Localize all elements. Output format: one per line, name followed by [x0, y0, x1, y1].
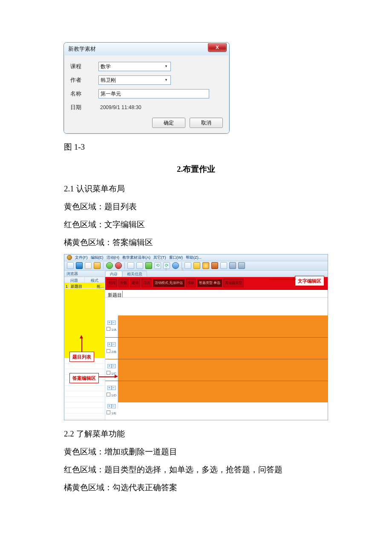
minus-icon[interactable]: −: [112, 404, 116, 408]
answer-edit-area[interactable]: [118, 381, 328, 402]
plus-icon[interactable]: +: [107, 321, 112, 325]
ribbon-item[interactable]: 其他题类型: [223, 279, 244, 287]
copy-icon[interactable]: [127, 262, 134, 269]
question-title-input[interactable]: 新题目: [105, 290, 328, 298]
toolbar-separator: [182, 262, 182, 269]
answer-row: +− 1/D: [105, 381, 328, 402]
answer-row: +− 1/C: [105, 359, 328, 381]
sidebar-row-selected[interactable]: 1 新题目 抢...: [64, 283, 105, 289]
minus-icon[interactable]: −: [112, 342, 116, 347]
menu-activity[interactable]: 活动(H): [107, 254, 120, 261]
user-icon[interactable]: [211, 262, 218, 269]
answer-edit-area[interactable]: [118, 338, 328, 359]
paste-icon[interactable]: [136, 262, 143, 269]
callout-question-list: 题目列表: [69, 352, 94, 362]
menu-materials[interactable]: 教学素材清单(A): [122, 254, 150, 261]
select-author[interactable]: 韩卫刚: [98, 75, 171, 85]
tool-icon[interactable]: [229, 262, 236, 269]
answer-checkbox[interactable]: [107, 327, 110, 331]
sidebar-header: 问题 模式: [64, 277, 105, 283]
dialog-title: 新教学素材: [68, 44, 96, 55]
menu-other[interactable]: 其它(T): [153, 254, 166, 261]
question-list-area[interactable]: [64, 289, 105, 358]
answer-edit-area[interactable]: [118, 402, 328, 408]
para-2-2-orange: 橘黄色区域：勾选代表正确答案: [64, 480, 328, 495]
para-2-2-yellow: 黄色区域：增加或删除一道题目: [64, 444, 328, 460]
sidebar-lower-grid: [64, 358, 105, 420]
report-icon[interactable]: [184, 262, 191, 269]
back-icon[interactable]: ⟲: [154, 262, 161, 269]
plus-icon[interactable]: +: [107, 342, 112, 347]
answer-checkbox[interactable]: [107, 410, 110, 414]
forward-icon[interactable]: ⟳: [163, 262, 170, 269]
label-course: 课程: [70, 61, 98, 72]
menu-file[interactable]: 文件(F): [75, 254, 88, 261]
plus-icon[interactable]: +: [107, 364, 112, 368]
answer-edit-area[interactable]: [118, 359, 328, 381]
minus-icon[interactable]: −: [112, 364, 116, 368]
ribbon-item[interactable]: 模板: [186, 279, 196, 287]
menu-window[interactable]: 窗口(W): [169, 254, 183, 261]
folder-icon[interactable]: [94, 262, 101, 269]
callout-answer-edit: 答案编辑区: [69, 373, 99, 384]
answer-label: 1/A: [111, 328, 116, 332]
answer-edit-area[interactable]: [118, 315, 328, 337]
para-2-1-red: 红色区域：文字编辑区: [64, 217, 328, 232]
answer-controls: +− 2/B: [105, 338, 118, 359]
answer-controls: +− 1/E: [105, 402, 118, 408]
heading-2-1: 2.1 认识菜单布局: [64, 181, 328, 197]
dialog-titlebar: 新教学素材 X: [64, 43, 229, 55]
dialog-new-material: 新教学素材 X 课程 数学 作者 韩卫刚 名称 第一单元 日期 2009/9/1…: [64, 43, 229, 133]
figure-caption-1-3: 图 1-3: [64, 139, 328, 155]
answer-checkbox[interactable]: [107, 349, 110, 353]
ribbon-item[interactable]: 通知: [130, 279, 140, 287]
callout-text-edit: 文字编辑区: [295, 276, 324, 286]
new-icon[interactable]: [67, 262, 74, 269]
answer-checkbox[interactable]: [107, 371, 110, 375]
save-icon[interactable]: [76, 262, 83, 269]
add-icon[interactable]: [106, 262, 113, 269]
main-tabs: 内容 相关信息: [105, 271, 328, 277]
ribbon-item[interactable]: 答题类型 单选: [197, 279, 222, 286]
input-name[interactable]: 第一单元: [98, 89, 209, 98]
star-icon[interactable]: [202, 262, 209, 269]
answer-spacer: [105, 298, 328, 315]
tab-related-info[interactable]: 相关信息: [122, 271, 147, 277]
close-icon[interactable]: X: [208, 43, 227, 52]
ribbon-item[interactable]: 分数: [118, 279, 129, 287]
label-name: 名称: [70, 89, 98, 99]
open-icon[interactable]: [85, 262, 92, 269]
list-icon[interactable]: [220, 262, 227, 269]
sidebar-col-mode: 模式: [85, 277, 105, 283]
cancel-button[interactable]: 取消: [190, 118, 223, 128]
refresh-icon[interactable]: [172, 262, 179, 269]
dialog-body: 课程 数学 作者 韩卫刚 名称 第一单元 日期 2009/9/1 11:48:3…: [64, 55, 229, 133]
menu-help[interactable]: 帮助(Z)...: [186, 254, 202, 261]
plus-icon[interactable]: +: [107, 386, 112, 390]
settings-icon[interactable]: [238, 262, 245, 269]
plus-icon[interactable]: +: [107, 404, 112, 408]
para-2-1-orange: 橘黄色区域：答案编辑区: [64, 235, 328, 250]
answer-checkbox[interactable]: [107, 393, 110, 396]
ribbon-item[interactable]: 活动模式 无须评估: [153, 279, 184, 286]
main-area: 内容 相关信息 时间 分数 通知 日历 活动模式 无须评估 模板 答题类型 单选…: [105, 271, 328, 420]
minus-icon[interactable]: −: [112, 321, 116, 325]
note-icon[interactable]: [193, 262, 200, 269]
select-course[interactable]: 数学: [98, 62, 171, 71]
app-screenshot: www.bdocx.com 文件(F) 编辑(E) 活动(H) 教学素材清单(A…: [64, 254, 328, 420]
answer-row-last: +− 1/E: [105, 402, 328, 408]
remove-icon[interactable]: [115, 262, 122, 269]
answer-label: 1/E: [111, 411, 116, 415]
ok-button[interactable]: 确定: [152, 118, 185, 128]
answer-controls: +− 1/A: [105, 315, 118, 337]
tab-content[interactable]: 内容: [105, 271, 122, 277]
answer-row: +− 2/B: [105, 337, 328, 359]
menu-edit[interactable]: 编辑(E): [91, 254, 104, 261]
ribbon-item[interactable]: 时间: [107, 279, 117, 287]
minus-icon[interactable]: −: [112, 386, 116, 390]
answer-label: 1/D: [111, 393, 116, 397]
ribbon-item[interactable]: 日历: [141, 279, 152, 287]
heading-2: 2.布置作业: [64, 162, 328, 177]
play-icon[interactable]: [145, 262, 152, 269]
answer-label: 2/B: [111, 350, 116, 354]
